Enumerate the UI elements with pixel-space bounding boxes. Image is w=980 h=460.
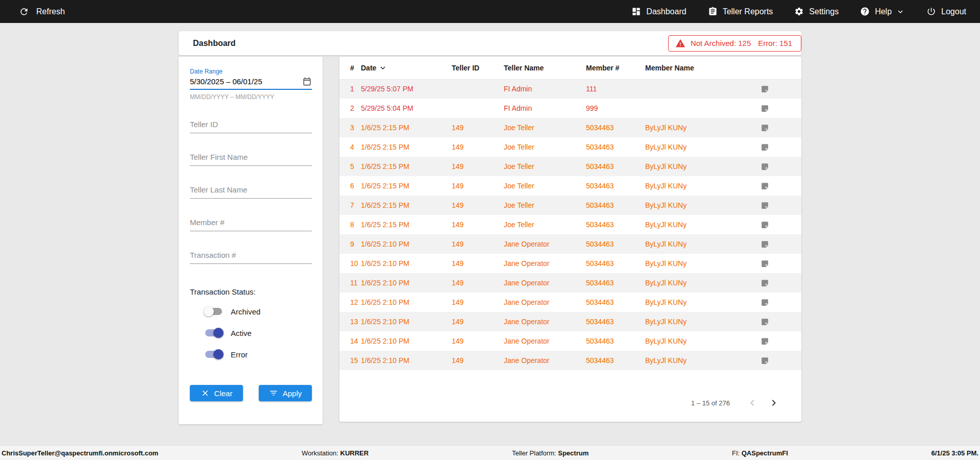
table-row[interactable]: 121/6/25 2:10 PM149Jane Operator5034463B… [339,293,801,312]
status-toggles: Archived Active Error [190,305,312,360]
note-icon[interactable] [752,254,801,273]
transaction-number-input[interactable] [190,248,312,264]
clear-button-label: Clear [214,389,233,398]
cell-teller-id: 149 [452,234,504,254]
toggle-switch[interactable] [205,329,222,336]
toggle-error[interactable]: Error [190,348,312,360]
note-icon[interactable] [752,312,801,331]
cell-member-name: ByLyJl KUNy [645,351,752,370]
apply-button[interactable]: Apply [259,385,312,401]
clear-button[interactable]: Clear [190,385,243,401]
cell-teller-name: Joe Teller [504,137,586,157]
cell-num: 9 [339,234,361,254]
nav-settings-label: Settings [809,7,839,16]
refresh-label: Refresh [36,7,65,16]
page-title: Dashboard [193,39,236,48]
note-icon[interactable] [752,176,801,196]
cell-teller-id: 149 [452,118,504,137]
topbar-nav: Dashboard Teller Reports Settings Help [631,7,966,16]
toggle-label: Archived [231,307,260,316]
toggle-archived[interactable]: Archived [190,305,312,318]
cell-teller-id: 149 [452,137,504,157]
note-icon[interactable] [752,118,801,137]
cell-date: 1/6/25 2:10 PM [361,254,452,273]
date-range-input[interactable] [190,77,302,86]
cell-teller-name: Jane Operator [504,331,586,351]
toggle-active[interactable]: Active [190,327,312,339]
toggle-label: Error [231,350,248,359]
table-row[interactable]: 61/6/25 2:15 PM149Joe Teller5034463ByLyJ… [339,176,801,196]
note-icon[interactable] [752,234,801,254]
note-icon[interactable] [752,351,801,370]
nav-settings[interactable]: Settings [794,7,839,16]
cell-teller-name: Jane Operator [504,293,586,312]
cell-num: 6 [339,176,361,196]
cell-teller-name: Jane Operator [504,351,586,370]
cell-num: 11 [339,273,361,293]
cell-teller-name: Joe Teller [504,215,586,234]
cell-teller-id: 149 [452,254,504,273]
teller-first-name-input[interactable] [190,150,312,166]
cell-teller-name: Joe Teller [504,118,586,137]
cell-date: 1/6/25 2:10 PM [361,312,452,331]
table-row[interactable]: 141/6/25 2:10 PM149Jane Operator5034463B… [339,331,801,351]
table-row[interactable]: 51/6/25 2:15 PM149Joe Teller5034463ByLyJ… [339,157,801,176]
table-row[interactable]: 81/6/25 2:15 PM149Joe Teller5034463ByLyJ… [339,215,801,234]
cell-member-num: 111 [586,79,645,99]
calendar-icon[interactable] [302,77,312,86]
error-count: Error: 151 [758,39,792,47]
table-row[interactable]: 91/6/25 2:10 PM149Jane Operator5034463By… [339,234,801,254]
footer-datetime: 6/1/25 3:05 PM. [931,449,978,457]
nav-logout[interactable]: Logout [926,7,966,16]
nav-help[interactable]: Help [860,7,905,16]
note-icon[interactable] [752,79,801,99]
table-row[interactable]: 25/29/25 5:04 PMFI Admin999 [339,99,801,118]
col-num-header: # [339,57,361,79]
col-date-header[interactable]: Date [361,57,452,79]
member-number-input[interactable] [190,215,312,231]
cell-member-num: 5034463 [586,331,645,351]
note-icon[interactable] [752,137,801,157]
gear-icon [794,7,804,16]
nav-teller-reports[interactable]: Teller Reports [708,7,773,16]
table-row[interactable]: 15/29/25 5:07 PMFI Admin111 [339,79,801,99]
note-icon[interactable] [752,273,801,293]
refresh-button[interactable]: Refresh [19,7,65,17]
cell-member-name: ByLyJl KUNy [645,196,752,215]
table-row[interactable]: 31/6/25 2:15 PM149Joe Teller5034463ByLyJ… [339,118,801,137]
cell-member-name: ByLyJl KUNy [645,215,752,234]
cell-num: 10 [339,254,361,273]
note-icon[interactable] [752,196,801,215]
table-row[interactable]: 131/6/25 2:10 PM149Jane Operator5034463B… [339,312,801,331]
table-row[interactable]: 111/6/25 2:10 PM149Jane Operator5034463B… [339,273,801,293]
nav-dashboard-label: Dashboard [646,7,686,16]
table-row[interactable]: 151/6/25 2:10 PM149Jane Operator5034463B… [339,351,801,370]
nav-dashboard[interactable]: Dashboard [631,7,686,16]
footer-user: ChrisSuperTeller@qaspectrumfi.onmicrosof… [2,449,158,457]
chevron-down-icon [896,7,905,16]
cell-member-name: ByLyJl KUNy [645,312,752,331]
note-icon[interactable] [752,215,801,234]
toggle-switch[interactable] [205,308,222,315]
cell-date: 5/29/25 5:07 PM [361,79,452,99]
col-teller-id-header: Teller ID [452,57,504,79]
cell-date: 1/6/25 2:10 PM [361,293,452,312]
clipboard-icon [708,7,718,16]
note-icon[interactable] [752,157,801,176]
note-icon[interactable] [752,331,801,351]
next-page-button[interactable] [768,397,780,409]
teller-id-input[interactable] [190,117,312,133]
table-row[interactable]: 101/6/25 2:10 PM149Jane Operator5034463B… [339,254,801,273]
previous-page-button[interactable] [746,397,758,409]
teller-last-name-input[interactable] [190,182,312,199]
note-icon[interactable] [752,99,801,118]
toggle-switch[interactable] [205,351,222,358]
cell-member-name: ByLyJl KUNy [645,176,752,196]
note-icon[interactable] [752,293,801,312]
cell-num: 1 [339,79,361,99]
table-row[interactable]: 41/6/25 2:15 PM149Joe Teller5034463ByLyJ… [339,137,801,157]
cell-teller-id: 149 [452,273,504,293]
cell-teller-name: Jane Operator [504,312,586,331]
table-row[interactable]: 71/6/25 2:15 PM149Joe Teller5034463ByLyJ… [339,196,801,215]
nav-help-label: Help [875,7,892,16]
